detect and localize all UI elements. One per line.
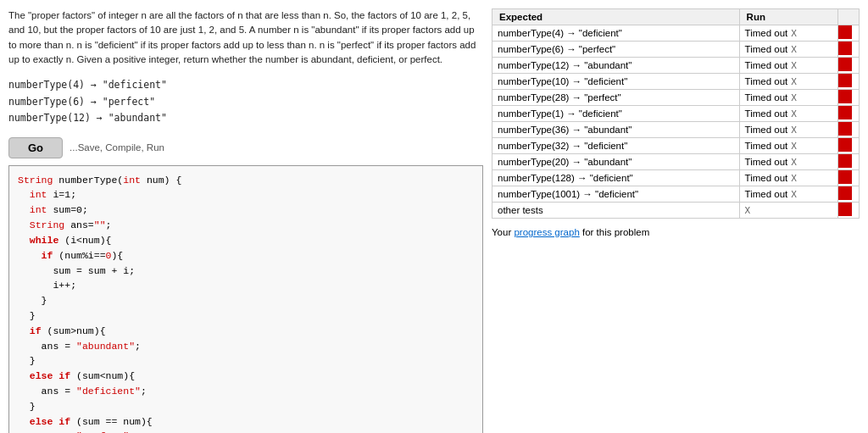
expected-cell: numberType(12) → "abundant"	[492, 58, 740, 74]
run-text: Timed out	[745, 44, 788, 54]
run-cell: Timed outX	[739, 154, 838, 170]
run-cell: Timed outX	[739, 170, 838, 186]
run-cell: Timed outX	[739, 90, 838, 106]
run-cell: Timed outX	[739, 122, 838, 138]
table-row: numberType(1) → "deficient"Timed outX	[492, 106, 860, 122]
table-row: numberType(6) → "perfect"Timed outX	[492, 42, 860, 58]
dismiss-button[interactable]: X	[791, 109, 797, 119]
run-text: Timed out	[745, 92, 788, 103]
dismiss-button[interactable]: X	[791, 142, 797, 151]
status-cell	[838, 154, 860, 170]
table-row: numberType(32) → "deficient"Timed outX	[492, 138, 860, 154]
expected-cell: numberType(1001) → "deficient"	[492, 186, 740, 203]
col-header-run: Run	[739, 9, 838, 25]
fail-indicator	[838, 170, 852, 184]
table-row: numberType(12) → "abundant"Timed outX	[492, 58, 860, 74]
run-text: Timed out	[745, 28, 788, 38]
table-row: numberType(10) → "deficient"Timed outX	[492, 74, 860, 90]
status-cell	[838, 186, 860, 203]
result-cell: Timed outX	[745, 141, 833, 151]
run-text: Timed out	[745, 108, 788, 119]
table-row: numberType(128) → "deficient"Timed outX	[492, 170, 860, 186]
status-cell	[838, 74, 860, 90]
progress-prefix: Your	[492, 227, 514, 237]
status-cell	[838, 122, 860, 138]
run-cell: X	[739, 203, 838, 219]
run-cell: Timed outX	[739, 74, 838, 90]
run-text: Timed out	[745, 189, 788, 199]
run-cell: Timed outX	[739, 106, 838, 122]
dismiss-button[interactable]: X	[791, 77, 797, 86]
table-row: other testsX	[492, 203, 860, 219]
table-row: numberType(20) → "abundant"Timed outX	[492, 154, 860, 170]
status-cell	[838, 106, 860, 122]
run-text: Timed out	[745, 157, 788, 167]
run-cell: Timed outX	[739, 138, 838, 154]
progress-graph-link[interactable]: progress graph	[514, 227, 579, 237]
problem-description: The "proper factors" of integer n are al…	[8, 8, 483, 67]
dismiss-button[interactable]: X	[791, 29, 797, 38]
results-table: Expected Run numberType(4) → "deficient"…	[492, 8, 860, 219]
run-cell: Timed outX	[739, 25, 838, 42]
table-row: numberType(4) → "deficient"Timed outX	[492, 25, 860, 42]
run-text: Timed out	[745, 125, 788, 135]
dismiss-button[interactable]: X	[791, 61, 797, 70]
expected-cell: numberType(28) → "perfect"	[492, 90, 740, 106]
status-cell	[838, 25, 860, 42]
table-row: numberType(36) → "abundant"Timed outX	[492, 122, 860, 138]
right-panel: Expected Run numberType(4) → "deficient"…	[492, 8, 860, 433]
progress-text: Your progress graph for this problem	[492, 227, 860, 237]
dismiss-button[interactable]: X	[791, 93, 797, 103]
run-cell: Timed outX	[739, 186, 838, 203]
result-cell: Timed outX	[745, 108, 833, 119]
dismiss-button[interactable]: X	[745, 206, 751, 215]
expected-cell: numberType(10) → "deficient"	[492, 74, 740, 90]
go-bar: Go ...Save, Compile, Run	[8, 137, 483, 158]
dismiss-button[interactable]: X	[791, 190, 797, 199]
expected-cell: other tests	[492, 203, 740, 219]
example-3: numberType(12) → "abundant"	[8, 110, 483, 127]
expected-cell: numberType(32) → "deficient"	[492, 138, 740, 154]
status-cell	[838, 42, 860, 58]
fail-indicator	[838, 25, 852, 39]
status-cell	[838, 58, 860, 74]
fail-indicator	[838, 154, 852, 168]
status-cell	[838, 90, 860, 106]
fail-indicator	[838, 186, 852, 200]
fail-indicator	[838, 58, 852, 71]
left-panel: The "proper factors" of integer n are al…	[8, 8, 483, 433]
result-cell: Timed outX	[745, 92, 833, 103]
result-cell: Timed outX	[745, 125, 833, 135]
result-cell: Timed outX	[745, 157, 833, 167]
result-cell: Timed outX	[745, 189, 833, 199]
table-row: numberType(28) → "perfect"Timed outX	[492, 90, 860, 106]
expected-cell: numberType(6) → "perfect"	[492, 42, 740, 58]
fail-indicator	[838, 106, 852, 119]
code-editor[interactable]: String numberType(int num) { int i=1; in…	[8, 165, 483, 433]
run-cell: Timed outX	[739, 42, 838, 58]
dismiss-button[interactable]: X	[791, 125, 797, 135]
result-cell: Timed outX	[745, 44, 833, 54]
progress-suffix: for this problem	[580, 227, 649, 237]
expected-cell: numberType(128) → "deficient"	[492, 170, 740, 186]
status-cell	[838, 138, 860, 154]
fail-indicator	[838, 138, 852, 152]
expected-cell: numberType(4) → "deficient"	[492, 25, 740, 42]
fail-indicator	[838, 90, 852, 103]
go-button[interactable]: Go	[8, 137, 63, 158]
result-cell: Timed outX	[745, 76, 833, 86]
dismiss-button[interactable]: X	[791, 45, 797, 54]
status-cell	[838, 170, 860, 186]
example-1: numberType(4) → "deficient"	[8, 77, 483, 94]
run-cell: Timed outX	[739, 58, 838, 74]
table-row: numberType(1001) → "deficient"Timed outX	[492, 186, 860, 203]
dismiss-button[interactable]: X	[791, 174, 797, 183]
col-header-expected: Expected	[492, 9, 740, 25]
fail-indicator	[838, 74, 852, 87]
col-header-status	[838, 9, 860, 25]
result-cell: Timed outX	[745, 60, 833, 70]
fail-indicator	[838, 203, 852, 216]
fail-indicator	[838, 122, 852, 136]
expected-cell: numberType(36) → "abundant"	[492, 122, 740, 138]
dismiss-button[interactable]: X	[791, 158, 797, 167]
